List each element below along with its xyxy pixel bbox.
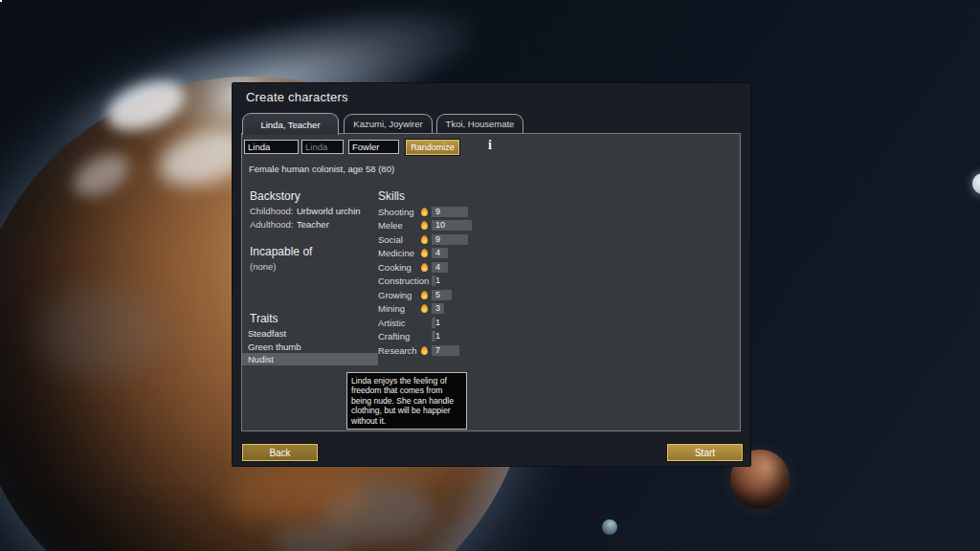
planet-surface-patch	[38, 287, 163, 378]
skill-row[interactable]: Mining3	[378, 302, 514, 317]
incapable-value: (none)	[250, 261, 276, 272]
passion-flame-icon	[421, 249, 428, 257]
skill-level: 10	[435, 220, 445, 231]
skill-label: Social	[378, 234, 421, 245]
tab-linda[interactable]: Linda, Teacher	[242, 113, 339, 135]
trait-item[interactable]: Steadfast	[242, 327, 378, 340]
tab-tkoi[interactable]: Tkoi, Housemate	[436, 114, 523, 133]
skill-bar: 9	[432, 234, 514, 245]
tab-kazumi[interactable]: Kazumi, Joywirer	[344, 114, 433, 133]
traits-heading: Traits	[250, 312, 278, 325]
trait-item[interactable]: Green thumb	[242, 341, 378, 353]
passion-flame-icon	[421, 346, 428, 355]
skill-label: Research	[378, 345, 421, 356]
skill-level: 1	[435, 318, 440, 328]
skill-label: Shooting	[378, 207, 421, 217]
backstory-heading: Backstory	[250, 189, 301, 203]
white-moon	[972, 173, 980, 194]
passion-flame-icon	[421, 221, 428, 230]
skill-bar: 4	[432, 262, 514, 273]
skill-bar: 10	[432, 220, 514, 231]
skill-level: 4	[435, 248, 440, 258]
space-background: Create characters Linda, TeacherKazumi, …	[0, 0, 980, 551]
skill-level: 9	[435, 234, 440, 245]
skill-level: 5	[435, 290, 440, 300]
info-icon[interactable]: i	[484, 138, 496, 153]
backstory-value: Teacher	[297, 219, 329, 230]
skills-heading: Skills	[378, 189, 405, 203]
incapable-heading: Incapable of	[250, 245, 312, 258]
skill-bar: 4	[432, 248, 514, 258]
backstory-row: Childhood: Urbworld urchin	[250, 206, 393, 216]
skill-bar: 1	[432, 331, 514, 342]
skill-row[interactable]: Research7	[378, 343, 514, 358]
dialog-title: Create characters	[246, 90, 348, 104]
passion-flame-icon	[421, 235, 428, 244]
trait-tooltip: Linda enjoys the feeling of freedom that…	[346, 372, 467, 430]
skills-list: Shooting9Melee10Social9Medicine4Cooking4…	[378, 205, 514, 358]
skill-label: Melee	[378, 220, 421, 231]
start-button[interactable]: Start	[667, 444, 743, 461]
skill-label: Artistic	[378, 318, 421, 328]
skill-row[interactable]: Artistic1	[378, 316, 514, 330]
passion-flame-icon	[421, 291, 428, 299]
create-characters-dialog: Create characters Linda, TeacherKazumi, …	[232, 82, 751, 467]
skill-label: Medicine	[378, 248, 421, 258]
skill-label: Mining	[378, 303, 421, 314]
planet-surface-patch	[225, 474, 368, 521]
back-button[interactable]: Back	[242, 444, 318, 461]
skill-row[interactable]: Construction1	[378, 275, 514, 289]
skill-bar: 1	[432, 318, 514, 328]
character-panel: Randomize i Female human colonist, age 5…	[241, 133, 741, 431]
skill-row[interactable]: Growing5	[378, 288, 514, 302]
skill-bar: 1	[432, 276, 514, 286]
skill-label: Growing	[378, 290, 421, 300]
skill-row[interactable]: Medicine4	[378, 247, 514, 261]
skill-row[interactable]: Crafting1	[378, 330, 514, 344]
passion-flame-icon	[421, 304, 428, 313]
first-name-input[interactable]	[244, 140, 299, 154]
skill-level: 4	[435, 262, 440, 273]
skill-level: 1	[435, 276, 440, 286]
skill-bar: 5	[432, 290, 514, 300]
backstory-label: Childhood:	[250, 206, 293, 216]
skill-row[interactable]: Melee10	[378, 219, 514, 233]
skill-bar: 7	[432, 345, 514, 356]
skill-level: 1	[435, 331, 440, 342]
passion-flame-icon	[421, 208, 428, 216]
skill-row[interactable]: Shooting9	[378, 205, 514, 219]
backstory-value: Urbworld urchin	[297, 206, 361, 216]
randomize-button[interactable]: Randomize	[406, 140, 459, 155]
trait-item[interactable]: Nudist	[242, 353, 378, 365]
skill-row[interactable]: Social9	[378, 232, 514, 247]
passion-flame-icon	[421, 263, 428, 272]
backstory-label: Adulthood:	[250, 219, 293, 230]
skill-level: 3	[435, 303, 440, 314]
colonist-description: Female human colonist, age 58 (80)	[249, 164, 394, 174]
skill-row[interactable]: Cooking4	[378, 260, 514, 275]
skill-label: Crafting	[378, 331, 421, 342]
skill-label: Cooking	[378, 262, 421, 273]
skill-level: 7	[435, 345, 440, 356]
nickname-input[interactable]	[301, 140, 344, 154]
skill-level: 9	[435, 207, 440, 217]
skill-bar: 9	[432, 207, 514, 217]
last-name-input[interactable]	[348, 140, 399, 154]
skill-label: Construction	[378, 276, 421, 286]
skill-bar: 3	[432, 303, 514, 314]
blue-moon	[602, 519, 617, 535]
backstory-row: Adulthood: Teacher	[250, 219, 393, 230]
